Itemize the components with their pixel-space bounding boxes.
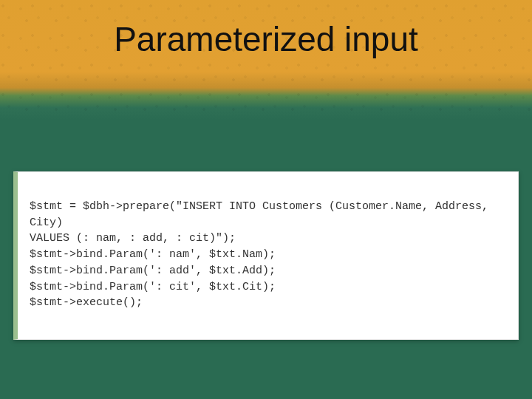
- slide: Parameterized input $stmt = $dbh->prepar…: [0, 0, 532, 399]
- code-line: $stmt->bind.Param(': cit', $txt.Cit);: [30, 281, 276, 293]
- slide-title: Parameterized input: [0, 19, 532, 59]
- code-line: VALUES (: nam, : add, : cit)");: [30, 232, 236, 245]
- code-line: $stmt->bind.Param(': add', $txt.Add);: [30, 265, 276, 277]
- code-line: $stmt->execute();: [30, 296, 143, 309]
- code-line: $stmt->bind.Param(': nam', $txt.Nam);: [30, 248, 276, 261]
- code-card: $stmt = $dbh->prepare("INSERT INTO Custo…: [13, 171, 519, 340]
- code-line: $stmt = $dbh->prepare("INSERT INTO Custo…: [30, 200, 495, 229]
- code-block: $stmt = $dbh->prepare("INSERT INTO Custo…: [30, 183, 505, 327]
